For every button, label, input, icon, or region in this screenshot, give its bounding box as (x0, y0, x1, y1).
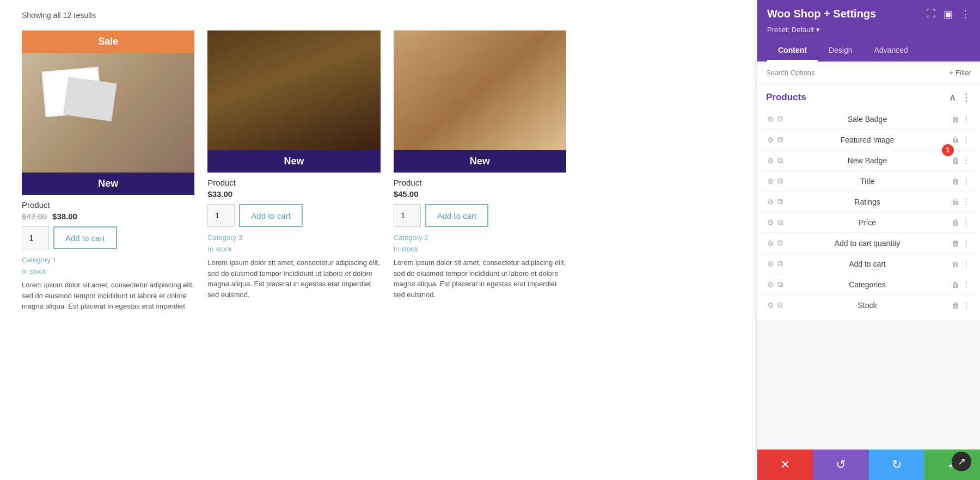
trash-icon-qty[interactable]: 🗑 (952, 239, 959, 248)
section-header-products: Products ∧ ⋮ (757, 84, 980, 109)
more-icon-sale-badge[interactable]: ⋮ (963, 115, 970, 124)
product-desc-1: Lorem ipsum dolor sit amet, consectetur … (22, 280, 194, 312)
trash-icon-sale-badge[interactable]: 🗑 (952, 115, 959, 124)
tab-advanced[interactable]: Advanced (863, 40, 918, 61)
more-icon-price[interactable]: ⋮ (963, 218, 970, 227)
section-title-products: Products (766, 92, 806, 103)
redo-button[interactable]: ↻ (869, 450, 924, 480)
more-icon-stock[interactable]: ⋮ (963, 301, 970, 310)
more-icon-categories[interactable]: ⋮ (963, 280, 970, 289)
section-collapse-icon[interactable]: ∧ (949, 91, 956, 103)
gear-icon-stock[interactable]: ⚙ (767, 301, 774, 310)
trash-icon-title[interactable]: 🗑 (952, 177, 959, 186)
corner-arrow-icon[interactable]: ↗ (952, 452, 971, 471)
trash-icon-stock[interactable]: 🗑 (952, 301, 959, 310)
section-more-icon[interactable]: ⋮ (961, 91, 971, 103)
item-left-icons-new-badge: ⚙ ⧉ (767, 156, 783, 165)
panel-preset[interactable]: Preset: Default ▾ (767, 26, 970, 34)
more-icon-new-badge[interactable]: ⋮ (963, 156, 970, 165)
trash-icon-new-badge[interactable]: 🗑 (952, 156, 959, 165)
more-icon-atc[interactable]: ⋮ (963, 260, 970, 268)
gear-icon-ratings[interactable]: ⚙ (767, 198, 774, 206)
tab-content[interactable]: Content (767, 40, 818, 61)
item-right-icons-sale-badge: 🗑 ⋮ (952, 115, 970, 124)
copy-icon-atc[interactable]: ⧉ (777, 259, 783, 268)
product-category-2[interactable]: Category 3 (207, 233, 380, 242)
copy-icon-sale-badge[interactable]: ⧉ (777, 114, 783, 124)
sale-badge-label-1: Sale (22, 30, 194, 53)
trash-icon-ratings[interactable]: 🗑 (952, 198, 959, 206)
more-icon-qty[interactable]: ⋮ (963, 239, 970, 248)
filter-plus-icon: + (949, 68, 953, 77)
copy-icon-new-badge[interactable]: ⧉ (777, 156, 783, 165)
item-label-add-to-cart-quantity: Add to cart quantity (787, 239, 947, 248)
panel-header-icons: ⛶ ▣ ⋮ (926, 8, 970, 20)
product-card-3: New Product $45.00 Add to cart Category … (394, 30, 566, 317)
gear-icon-categories[interactable]: ⚙ (767, 280, 774, 289)
item-left-icons-qty: ⚙ ⧉ (767, 238, 783, 248)
price-original-1: $42.00 (22, 212, 47, 221)
trash-icon-categories[interactable]: 🗑 (952, 280, 959, 289)
product-stock-2: In stock (207, 245, 380, 253)
trash-icon-featured-image[interactable]: 🗑 (952, 136, 959, 144)
qty-input-1[interactable] (22, 226, 49, 249)
product-info-1: Product $42.00 $38.00 Add to cart Catego… (22, 195, 194, 317)
product-category-1[interactable]: Category 1 (22, 256, 194, 264)
copy-icon-featured-image[interactable]: ⧉ (777, 135, 783, 144)
item-right-icons-stock: 🗑 ⋮ (952, 301, 970, 310)
search-options-label: Search Options (766, 69, 949, 77)
item-right-icons-categories: 🗑 ⋮ (952, 280, 970, 289)
gear-icon-qty[interactable]: ⚙ (767, 239, 774, 248)
layout-icon[interactable]: ▣ (944, 8, 953, 20)
item-label-price: Price (787, 218, 947, 227)
gear-icon-atc[interactable]: ⚙ (767, 260, 774, 268)
product-name-3: Product (394, 178, 566, 187)
product-stock-3: In stock (394, 245, 566, 253)
copy-icon-price[interactable]: ⧉ (777, 218, 783, 227)
product-desc-2: Lorem ipsum dolor sit amet, consectetur … (207, 257, 380, 300)
more-icon-featured-image[interactable]: ⋮ (963, 136, 970, 144)
screenshot-icon[interactable]: ⛶ (926, 8, 936, 20)
gear-icon-sale-badge[interactable]: ⚙ (767, 115, 774, 124)
add-to-cart-row-1: Add to cart (22, 226, 194, 249)
product-stock-1: In stock (22, 267, 194, 275)
section-controls: ∧ ⋮ (949, 91, 971, 103)
filter-button[interactable]: + Filter (949, 68, 971, 77)
list-item-add-to-cart-quantity: ⚙ ⧉ Add to cart quantity 🗑 ⋮ (762, 233, 976, 254)
copy-icon-title[interactable]: ⧉ (777, 176, 783, 186)
panel-title: Woo Shop + Settings (767, 8, 876, 20)
gear-icon-price[interactable]: ⚙ (767, 218, 774, 227)
add-to-cart-btn-1[interactable]: Add to cart (53, 226, 117, 249)
product-category-3[interactable]: Category 2 (394, 233, 566, 242)
search-filter-row: Search Options + Filter (757, 61, 980, 84)
gear-icon-featured-image[interactable]: ⚙ (767, 136, 774, 144)
item-right-icons-price: 🗑 ⋮ (952, 218, 970, 227)
list-item-add-to-cart: ⚙ ⧉ Add to cart 🗑 ⋮ (762, 254, 976, 274)
item-left-icons-title: ⚙ ⧉ (767, 176, 783, 186)
qty-input-3[interactable] (394, 204, 421, 227)
undo-button[interactable]: ↺ (813, 450, 868, 480)
copy-icon-qty[interactable]: ⧉ (777, 238, 783, 248)
trash-icon-price[interactable]: 🗑 (952, 218, 959, 227)
gear-icon-new-badge[interactable]: ⚙ (767, 156, 774, 165)
add-to-cart-btn-3[interactable]: Add to cart (425, 204, 489, 227)
add-to-cart-btn-2[interactable]: Add to cart (239, 204, 303, 227)
add-to-cart-row-3: Add to cart (394, 204, 566, 227)
copy-icon-categories[interactable]: ⧉ (777, 280, 783, 289)
tab-design[interactable]: Design (818, 40, 863, 61)
item-left-icons-stock: ⚙ ⧉ (767, 300, 783, 310)
qty-input-2[interactable] (207, 204, 235, 227)
trash-icon-atc[interactable]: 🗑 (952, 260, 959, 268)
item-right-icons-qty: 🗑 ⋮ (952, 239, 970, 248)
more-icon-title[interactable]: ⋮ (963, 177, 970, 186)
product-image-2 (207, 30, 380, 150)
close-button[interactable]: ✕ (757, 450, 813, 480)
product-desc-3: Lorem ipsum dolor sit amet, consectetur … (394, 257, 566, 300)
gear-icon-title[interactable]: ⚙ (767, 177, 774, 186)
new-badge-label-1: New (22, 173, 194, 195)
add-to-cart-row-2: Add to cart (207, 204, 380, 227)
panel-menu-icon[interactable]: ⋮ (960, 8, 970, 20)
copy-icon-stock[interactable]: ⧉ (777, 300, 783, 310)
copy-icon-ratings[interactable]: ⧉ (777, 197, 783, 206)
more-icon-ratings[interactable]: ⋮ (963, 198, 970, 206)
